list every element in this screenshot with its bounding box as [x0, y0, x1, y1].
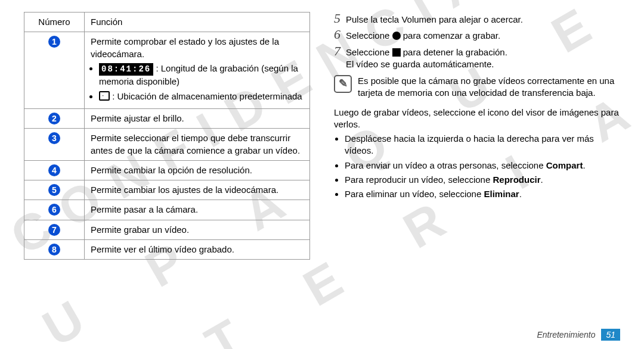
badge-2: 2	[48, 113, 60, 124]
step-5: 5 Pulse la tecla Volumen para alejar o a…	[334, 12, 620, 26]
badge-6: 6	[48, 204, 60, 216]
tip-3: Para reproducir un vídeo, seleccione Rep…	[345, 174, 620, 186]
table-row-6: 6 Permite pasar a la cámara.	[24, 200, 310, 220]
col-header-numero: Número	[24, 13, 85, 32]
badge-4: 4	[48, 164, 60, 176]
table-row-5: 5 Permite cambiar los ajustes de la vide…	[24, 180, 310, 200]
note-block: ✎ Es posible que la cámara no grabe víde…	[334, 75, 620, 99]
recording-time-display: 08:41:26	[99, 63, 153, 76]
badge-1: 1	[48, 36, 60, 48]
page-footer: Entretenimiento 51	[537, 329, 620, 341]
table-row-2: 2 Permite ajustar el brillo.	[24, 109, 310, 129]
table-row-4: 4 Permite cambiar la opción de resolució…	[24, 160, 310, 180]
row1-intro: Permite comprobar el estado y los ajuste…	[91, 36, 304, 60]
table-header-row: Número Función	[24, 13, 310, 32]
note-text: Es posible que la cámara no grabe vídeos…	[358, 75, 620, 99]
tip-1: Desplácese hacia la izquierda o hacia la…	[345, 133, 620, 157]
stop-square-icon	[392, 48, 401, 57]
page-content: Número Función 1 Permite comprobar el es…	[0, 0, 644, 322]
badge-5: 5	[48, 184, 60, 196]
row1-bullet-time: 08:41:26 : Longitud de la grabación (seg…	[99, 63, 304, 88]
table-row-7: 7 Permite grabar un vídeo.	[24, 220, 310, 239]
footer-page-number: 51	[601, 329, 620, 341]
step-num-6: 6	[334, 28, 346, 41]
functions-table: Número Función 1 Permite comprobar el es…	[24, 12, 310, 260]
storage-icon	[99, 91, 110, 101]
tip-4: Para eliminar un vídeo, seleccione Elimi…	[345, 188, 620, 200]
badge-8: 8	[48, 244, 60, 255]
right-column: 5 Pulse la tecla Volumen para alejar o a…	[322, 12, 620, 322]
row1-bullet-storage: : Ubicación de almacenamiento predetermi…	[99, 90, 304, 102]
left-column: Número Función 1 Permite comprobar el es…	[24, 12, 322, 322]
table-row-1: 1 Permite comprobar el estado y los ajus…	[24, 32, 310, 109]
badge-3: 3	[48, 132, 60, 144]
after-record-text: Luego de grabar vídeos, seleccione el ic…	[334, 107, 620, 131]
col-header-funcion: Función	[85, 13, 310, 32]
badge-7: 7	[48, 224, 60, 236]
step-6: 6 Seleccione para comenzar a grabar.	[334, 28, 620, 42]
step-7: 7 Seleccione para detener la grabación. …	[334, 45, 620, 71]
step-num-7: 7	[334, 45, 346, 58]
footer-section: Entretenimiento	[537, 330, 595, 339]
table-row-3: 3 Permite seleccionar el tiempo que debe…	[24, 129, 310, 161]
table-row-8: 8 Permite ver el último vídeo grabado.	[24, 239, 310, 259]
tips-list: Desplácese hacia la izquierda o hacia la…	[334, 133, 620, 200]
tip-2: Para enviar un vídeo a otras personas, s…	[345, 160, 620, 172]
note-icon: ✎	[334, 75, 352, 93]
step-num-5: 5	[334, 12, 346, 25]
record-dot-icon	[392, 32, 401, 40]
